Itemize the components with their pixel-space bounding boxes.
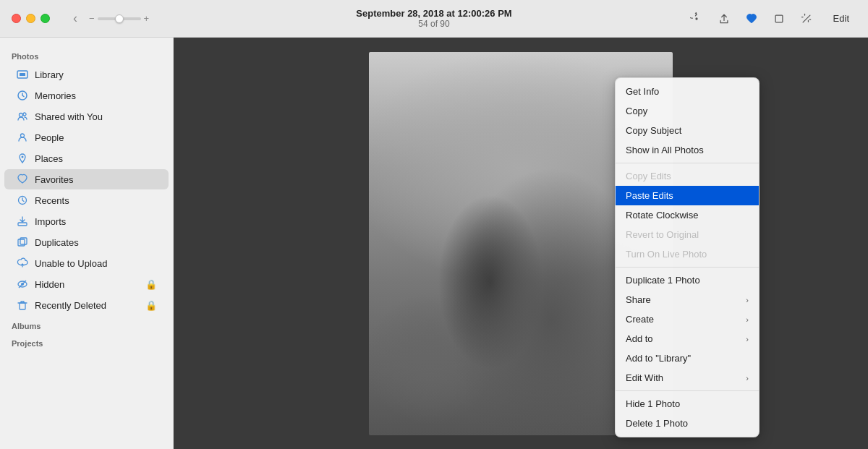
photo-area: Get Info Copy Copy Subject Show in All P… xyxy=(174,38,868,449)
add-to-arrow-icon: › xyxy=(746,335,749,343)
photo-date: September 28, 2018 at 12:00:26 PM xyxy=(356,8,511,19)
sidebar-item-memories[interactable]: Memories xyxy=(4,85,169,106)
sidebar-label-shared-with-you: Shared with You xyxy=(35,111,103,122)
sidebar-item-people[interactable]: People xyxy=(4,127,169,147)
maximize-button[interactable] xyxy=(41,14,50,23)
recents-icon xyxy=(16,194,29,207)
svg-line-2 xyxy=(803,15,810,22)
hidden-badge: 🔒 xyxy=(145,279,157,290)
menu-item-copy[interactable]: Copy xyxy=(616,101,759,121)
close-button[interactable] xyxy=(12,14,21,23)
sidebar-item-recents[interactable]: Recents xyxy=(4,190,169,210)
svg-point-12 xyxy=(22,156,24,158)
library-icon xyxy=(16,68,29,81)
sidebar-item-shared-with-you[interactable]: Shared with You xyxy=(4,106,169,127)
menu-item-rotate-clockwise[interactable]: Rotate Clockwise xyxy=(616,205,759,225)
menu-label-edit-with: Edit With xyxy=(626,372,663,383)
menu-item-turn-on-live-photo: Turn On Live Photo xyxy=(616,244,759,264)
svg-point-0 xyxy=(695,17,697,20)
menu-item-hide-1-photo[interactable]: Hide 1 Photo xyxy=(616,394,759,414)
svg-point-11 xyxy=(21,134,25,137)
sidebar-item-duplicates[interactable]: Duplicates xyxy=(4,232,169,252)
menu-label-revert-to-original: Revert to Original xyxy=(626,229,699,240)
svg-rect-20 xyxy=(20,303,25,309)
menu-item-edit-with[interactable]: Edit With › xyxy=(616,368,759,388)
main-content: Photos Library Memories xyxy=(0,38,868,449)
svg-point-10 xyxy=(23,113,26,116)
menu-item-show-in-all-photos[interactable]: Show in All Photos xyxy=(616,140,759,160)
menu-label-delete-1-photo: Delete 1 Photo xyxy=(626,418,688,429)
menu-item-revert-to-original: Revert to Original xyxy=(616,225,759,244)
sidebar-item-places[interactable]: Places xyxy=(4,148,169,168)
sidebar-item-unable-to-upload[interactable]: Unable to Upload xyxy=(4,253,169,273)
sidebar-section-photos: Photos xyxy=(0,46,173,64)
sidebar-label-library: Library xyxy=(35,69,64,80)
sidebar-label-recents: Recents xyxy=(35,195,69,206)
svg-point-9 xyxy=(20,114,23,117)
zoom-control: − + xyxy=(89,13,149,24)
menu-item-add-to[interactable]: Add to › xyxy=(616,329,759,348)
context-menu: Get Info Copy Copy Subject Show in All P… xyxy=(615,77,760,437)
back-button[interactable]: ‹ xyxy=(69,11,82,26)
svg-rect-14 xyxy=(18,223,27,226)
share-icon[interactable] xyxy=(716,11,732,27)
shared-with-you-icon xyxy=(16,110,29,123)
menu-label-hide-1-photo: Hide 1 Photo xyxy=(626,398,680,409)
favorites-icon xyxy=(16,173,29,186)
edit-with-arrow-icon: › xyxy=(746,374,749,382)
duplicates-icon xyxy=(16,236,29,249)
title-bar-center: September 28, 2018 at 12:00:26 PM 54 of … xyxy=(356,8,511,29)
menu-item-copy-edits: Copy Edits xyxy=(616,166,759,186)
sidebar-item-favorites[interactable]: Favorites xyxy=(4,169,169,189)
menu-label-rotate-clockwise: Rotate Clockwise xyxy=(626,210,698,221)
menu-item-share[interactable]: Share › xyxy=(616,290,759,309)
menu-label-copy-edits: Copy Edits xyxy=(626,171,671,181)
people-icon xyxy=(16,131,29,144)
menu-item-add-to-library[interactable]: Add to "Library" xyxy=(616,348,759,368)
sidebar-item-library[interactable]: Library xyxy=(4,64,169,85)
menu-label-get-info: Get Info xyxy=(626,86,659,97)
minimize-button[interactable] xyxy=(26,14,35,23)
title-bar-right: Edit xyxy=(689,11,856,27)
zoom-thumb xyxy=(115,14,124,23)
edit-button[interactable]: Edit xyxy=(826,11,856,26)
recently-deleted-badge: 🔒 xyxy=(145,300,157,311)
create-arrow-icon: › xyxy=(746,315,749,324)
sidebar-label-hidden: Hidden xyxy=(35,279,64,290)
menu-item-delete-1-photo[interactable]: Delete 1 Photo xyxy=(616,414,759,433)
menu-label-share: Share xyxy=(626,294,651,305)
hidden-icon xyxy=(16,278,29,291)
magic-wand-icon[interactable] xyxy=(799,11,814,27)
sidebar-label-places: Places xyxy=(35,153,63,164)
menu-item-copy-subject[interactable]: Copy Subject xyxy=(616,121,759,140)
sidebar-label-favorites: Favorites xyxy=(35,174,73,185)
sidebar-item-hidden[interactable]: Hidden 🔒 xyxy=(4,274,169,294)
svg-rect-8 xyxy=(20,73,25,76)
menu-label-copy-subject: Copy Subject xyxy=(626,125,681,136)
menu-label-copy: Copy xyxy=(626,106,647,116)
menu-item-duplicate-1-photo[interactable]: Duplicate 1 Photo xyxy=(616,270,759,290)
share-arrow-icon: › xyxy=(746,296,749,304)
menu-divider-3 xyxy=(616,390,759,391)
menu-label-paste-edits: Paste Edits xyxy=(626,190,673,201)
menu-label-create: Create xyxy=(626,314,654,325)
traffic-lights xyxy=(12,14,50,23)
menu-divider-1 xyxy=(616,163,759,163)
sidebar-label-people: People xyxy=(35,132,64,143)
zoom-minus: − xyxy=(89,13,95,24)
menu-item-paste-edits[interactable]: Paste Edits xyxy=(616,186,759,205)
menu-label-add-to-library: Add to "Library" xyxy=(626,353,691,364)
menu-item-create[interactable]: Create › xyxy=(616,309,759,329)
menu-label-add-to: Add to xyxy=(626,333,653,344)
sidebar-item-recently-deleted[interactable]: Recently Deleted 🔒 xyxy=(4,295,169,315)
menu-label-turn-on-live-photo: Turn On Live Photo xyxy=(626,249,707,260)
zoom-slider[interactable] xyxy=(98,17,141,20)
sidebar-label-imports: Imports xyxy=(35,216,66,227)
sidebar-item-imports[interactable]: Imports xyxy=(4,211,169,231)
menu-label-show-in-all-photos: Show in All Photos xyxy=(626,145,704,155)
crop-icon[interactable] xyxy=(771,11,787,27)
sidebar-label-duplicates: Duplicates xyxy=(35,237,79,248)
favorite-icon[interactable] xyxy=(744,11,760,27)
menu-item-get-info[interactable]: Get Info xyxy=(616,82,759,101)
rotate-back-icon[interactable] xyxy=(689,11,705,27)
